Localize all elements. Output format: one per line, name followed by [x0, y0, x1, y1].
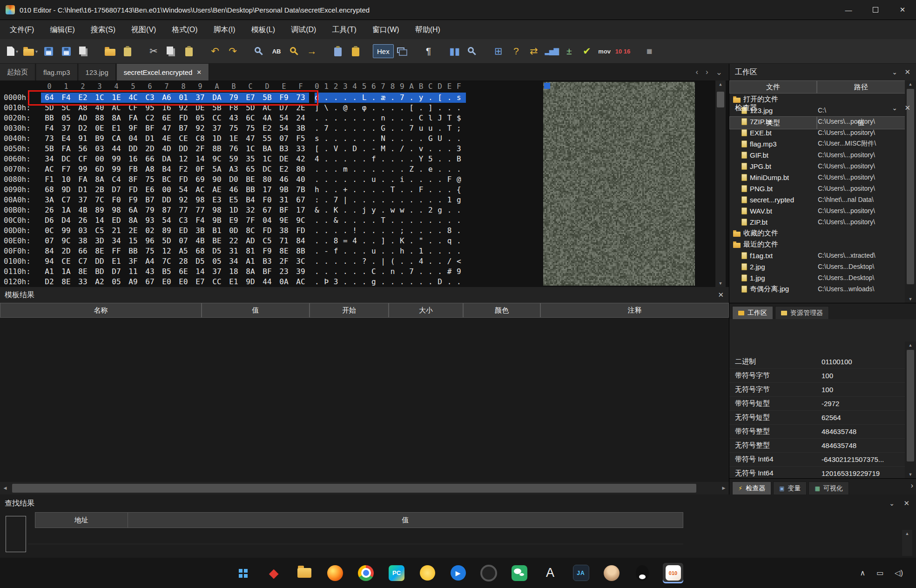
- hex-byte[interactable]: F1: [41, 174, 58, 185]
- hex-byte[interactable]: 2F: [276, 256, 292, 267]
- hex-byte[interactable]: 0E: [91, 123, 108, 134]
- hex-byte[interactable]: 1C: [259, 154, 276, 164]
- open-file-icon[interactable]: [21, 41, 40, 61]
- hex-byte[interactable]: 37: [209, 267, 225, 277]
- hex-byte[interactable]: C7: [58, 195, 74, 205]
- hex-byte[interactable]: 07: [276, 134, 292, 144]
- hex-byte[interactable]: 5D: [41, 103, 58, 113]
- hex-byte[interactable]: E1: [108, 123, 125, 134]
- hex-byte[interactable]: 54: [175, 185, 192, 195]
- hex-byte[interactable]: 99: [58, 226, 74, 236]
- ascii-text[interactable]: ]\.@.φ....[.]...: [315, 103, 466, 113]
- hex-byte[interactable]: 8E: [58, 277, 74, 287]
- hex-byte[interactable]: 4B: [192, 236, 209, 246]
- hex-byte[interactable]: 96: [141, 236, 158, 246]
- stop-icon[interactable]: ■: [640, 41, 658, 61]
- save-all-icon[interactable]: [57, 41, 75, 61]
- menu-item[interactable]: 格式(O): [164, 20, 205, 39]
- hex-byte[interactable]: D0: [225, 174, 242, 185]
- template-results-close-icon[interactable]: ✕: [718, 287, 724, 303]
- workspace-row[interactable]: 最近的文件: [729, 239, 905, 250]
- workspace-row[interactable]: ZIP.bt C:\Users\...pository\: [729, 216, 905, 227]
- find-column-value[interactable]: 值: [128, 512, 683, 528]
- tab-close-icon[interactable]: ✕: [196, 69, 202, 76]
- column-mode-icon[interactable]: ▮▮: [446, 41, 464, 61]
- hex-byte[interactable]: 8E: [91, 246, 108, 256]
- hex-byte[interactable]: 46: [225, 185, 242, 195]
- hex-byte[interactable]: 73: [41, 134, 58, 144]
- workspace-row[interactable]: GIF.bt C:\Users\...pository\: [729, 149, 905, 160]
- hex-byte[interactable]: C5: [91, 226, 108, 236]
- histogram-icon[interactable]: ▂▅▇: [543, 41, 560, 61]
- hex-byte[interactable]: 0C: [41, 226, 58, 236]
- hex-byte[interactable]: 5B: [209, 103, 225, 113]
- app-blue-play-icon[interactable]: ▶: [448, 563, 468, 583]
- calculator-icon[interactable]: ⊞: [490, 41, 507, 61]
- hex-byte[interactable]: E1: [225, 277, 242, 287]
- hex-byte[interactable]: F9: [125, 195, 141, 205]
- hex-byte[interactable]: 17: [259, 185, 276, 195]
- hex-byte[interactable]: 92: [175, 103, 192, 113]
- hex-byte[interactable]: 9C: [292, 215, 309, 226]
- ascii-text[interactable]: &.K..jy.ww..2g..: [315, 205, 466, 215]
- hex-byte[interactable]: F5: [292, 134, 309, 144]
- hex-byte[interactable]: A1: [242, 256, 259, 267]
- template-results-column-header[interactable]: 大小: [389, 303, 463, 318]
- hex-byte[interactable]: 99: [74, 164, 91, 174]
- ascii-text[interactable]: :.7|..........1g: [315, 195, 466, 205]
- hex-byte[interactable]: 4E: [158, 134, 175, 144]
- hex-byte[interactable]: C3: [175, 215, 192, 226]
- template-results-column-header[interactable]: 值: [202, 303, 310, 318]
- hex-byte[interactable]: BA: [259, 144, 276, 154]
- app-a-icon[interactable]: A: [540, 563, 560, 583]
- sync-views-icon[interactable]: [394, 41, 411, 61]
- ascii-text[interactable]: .....?.|(..4../<: [315, 256, 466, 267]
- file-visualization[interactable]: [543, 82, 695, 286]
- ascii-text[interactable]: 4.....f....Y5..B: [315, 154, 466, 164]
- hex-byte[interactable]: 1D: [225, 205, 242, 215]
- find-results-collapse-icon[interactable]: ⌄: [889, 494, 895, 512]
- import-file-icon[interactable]: [119, 41, 136, 61]
- hex-byte[interactable]: 8E: [74, 267, 91, 277]
- hex-byte[interactable]: B4: [158, 164, 175, 174]
- tab-visualization[interactable]: 可视化: [808, 481, 849, 494]
- workspace-row[interactable]: f1ag.txt C:\Users\...xtracted\: [729, 250, 905, 261]
- hex-byte[interactable]: 75: [141, 246, 158, 256]
- menu-item[interactable]: 视图(V): [123, 20, 164, 39]
- hex-byte[interactable]: 84: [41, 246, 58, 256]
- qq-icon[interactable]: [632, 563, 653, 583]
- hex-byte[interactable]: ED: [175, 226, 192, 236]
- hex-byte[interactable]: 84: [292, 236, 309, 246]
- ascii-text[interactable]: .7.....G..7uu.T;: [315, 123, 466, 134]
- hex-byte[interactable]: AD: [242, 236, 259, 246]
- hex-byte[interactable]: E7: [192, 277, 209, 287]
- hex-byte[interactable]: FD: [125, 185, 141, 195]
- hex-byte[interactable]: 46: [276, 174, 292, 185]
- hex-byte[interactable]: BF: [141, 123, 158, 134]
- hex-byte[interactable]: C4: [108, 174, 125, 185]
- file-explorer-icon[interactable]: [294, 563, 315, 583]
- close-button[interactable]: ✕: [889, 0, 916, 20]
- hex-byte[interactable]: 98: [209, 205, 225, 215]
- hex-byte[interactable]: AD: [74, 113, 91, 123]
- inspector-row[interactable]: 带符号 Int64 -64302121507375...: [729, 453, 905, 467]
- hex-byte[interactable]: 75: [141, 174, 158, 185]
- hex-byte[interactable]: 05: [209, 256, 225, 267]
- tab-list-icon[interactable]: ⌄: [716, 67, 722, 77]
- find-results-scrollbar[interactable]: ▲: [902, 530, 912, 556]
- hex-byte[interactable]: 80: [259, 174, 276, 185]
- hex-byte[interactable]: 7C: [91, 195, 108, 205]
- paste-icon[interactable]: [180, 41, 198, 61]
- hex-byte[interactable]: 66: [141, 154, 158, 164]
- hex-byte[interactable]: 3F: [125, 256, 141, 267]
- hex-byte[interactable]: BC: [158, 174, 175, 185]
- hex-byte[interactable]: 42: [292, 154, 309, 164]
- inspector-collapse-icon[interactable]: ⌄: [892, 100, 897, 116]
- hex-byte[interactable]: F9: [276, 93, 292, 103]
- run-template-icon[interactable]: [347, 41, 364, 61]
- hex-byte[interactable]: E9: [225, 215, 242, 226]
- hex-byte[interactable]: B9: [91, 134, 108, 144]
- hex-byte[interactable]: 54: [276, 123, 292, 134]
- jadx-icon[interactable]: JA: [571, 563, 591, 583]
- hex-byte[interactable]: 9D: [242, 277, 259, 287]
